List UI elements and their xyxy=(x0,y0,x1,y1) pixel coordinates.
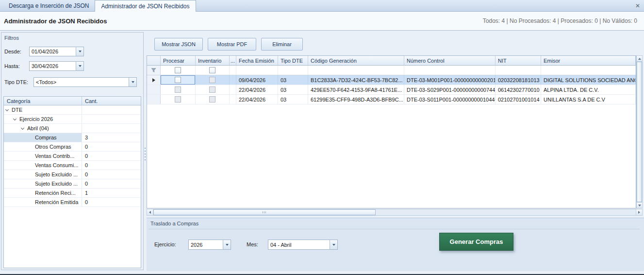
column-header-categoria[interactable]: Categoría xyxy=(4,97,82,105)
expand-chevron-icon[interactable] xyxy=(5,107,9,111)
grid-column-header[interactable]: Tipo DTE xyxy=(278,56,308,66)
inventario-checkbox[interactable] xyxy=(209,77,215,83)
cell-emisor[interactable]: DIGITAL SOLUTIONS SOCIEDAD ANONI xyxy=(541,75,636,85)
hasta-date-editor[interactable] xyxy=(29,61,84,71)
close-icon[interactable]: ✕ xyxy=(635,0,640,12)
vscroll-thumb[interactable] xyxy=(637,62,642,202)
grid-column-header[interactable]: Emisor xyxy=(541,56,636,66)
tree-row[interactable]: Retención Reci...1 xyxy=(4,189,141,198)
hscroll-thumb[interactable] xyxy=(153,209,376,215)
checkbox-cell[interactable] xyxy=(196,85,230,94)
expand-chevron-icon[interactable] xyxy=(13,117,17,120)
scroll-down-button[interactable] xyxy=(637,202,642,208)
filter-cell[interactable] xyxy=(161,66,196,75)
cell-tipo[interactable]: 03 xyxy=(278,85,308,94)
grid-column-header[interactable]: ... xyxy=(230,56,236,66)
cell-nit[interactable]: 02032208181013 xyxy=(495,75,541,85)
column-header-cant[interactable]: Cant. xyxy=(82,97,141,105)
filter-cell[interactable] xyxy=(541,66,636,75)
filter-cell[interactable] xyxy=(196,66,230,75)
tree-row-count xyxy=(82,124,141,133)
scroll-left-button[interactable] xyxy=(147,209,153,215)
cell-emisor[interactable]: UNILLANTAS S.A DE C.V xyxy=(541,95,636,104)
procesar-checkbox[interactable] xyxy=(175,96,181,103)
grid-row[interactable]: 22/04/202603429EE570-F642-4153-9FA8-4176… xyxy=(147,85,636,95)
cell-fecha[interactable]: 22/04/2026 xyxy=(236,95,278,104)
filter-cell[interactable] xyxy=(278,66,308,75)
ejercicio-dropdown-button[interactable] xyxy=(223,240,231,249)
desde-dropdown-button[interactable] xyxy=(76,47,83,56)
mes-input[interactable] xyxy=(268,240,330,249)
desde-date-editor[interactable] xyxy=(29,47,84,56)
tab-descarga-json[interactable]: Descarga e Inserción de JSON xyxy=(3,0,95,11)
filter-cell[interactable] xyxy=(236,66,278,75)
cell-codigo[interactable]: 61299E35-CFF9-498D-A3D6-BFB9C... xyxy=(308,95,404,104)
cell-fecha[interactable]: 22/04/2026 xyxy=(236,85,278,94)
cell-control[interactable]: DTE-03-S011P001-000000000010440 xyxy=(404,95,495,104)
tree-row[interactable]: Retención Emitida0 xyxy=(4,198,141,207)
checkbox-cell[interactable] xyxy=(161,85,196,94)
filter-procesar-checkbox[interactable] xyxy=(175,67,181,73)
tree-row[interactable]: Abril (04) xyxy=(4,124,141,133)
cell-codigo[interactable]: B1C2833A-7D32-424C-BF53-7BC82... xyxy=(308,75,404,85)
scroll-right-button[interactable] xyxy=(636,209,642,215)
filter-cell[interactable] xyxy=(230,66,236,75)
eliminar-button[interactable]: Eliminar xyxy=(261,38,303,51)
tab-administrador-json[interactable]: Administrador de JSON Recibidos xyxy=(95,0,196,12)
filter-cell[interactable] xyxy=(404,66,495,75)
grid-column-header[interactable]: Fecha Emisión xyxy=(236,56,278,66)
mes-dropdown-button[interactable] xyxy=(330,240,337,249)
tree-row[interactable]: Compras3 xyxy=(4,133,141,142)
generar-compras-button[interactable]: Generar Compras xyxy=(439,233,513,251)
grid-row[interactable]: 22/04/20260361299E35-CFF9-498D-A3D6-BFB9… xyxy=(147,95,636,104)
procesar-checkbox[interactable] xyxy=(175,77,181,83)
tree-row[interactable]: DTE xyxy=(4,105,141,115)
checkbox-cell[interactable] xyxy=(196,95,230,104)
tree-row[interactable]: Ejercicio 2026 xyxy=(4,115,141,124)
filter-cell[interactable] xyxy=(495,66,541,75)
cell-nit[interactable]: 02102701001014 xyxy=(495,95,541,104)
filter-cell[interactable] xyxy=(308,66,404,75)
grid-column-header[interactable]: NIT xyxy=(495,56,541,66)
scroll-up-button[interactable] xyxy=(637,56,642,62)
tree-row[interactable]: Otros Compras0 xyxy=(4,142,141,152)
checkbox-cell[interactable] xyxy=(196,75,230,85)
cell-tipo[interactable]: 03 xyxy=(278,95,308,104)
checkbox-cell[interactable] xyxy=(161,75,196,85)
mostrar-json-button[interactable]: Mostrar JSON xyxy=(154,38,203,51)
cell-tipo[interactable]: 03 xyxy=(278,75,308,85)
procesar-checkbox[interactable] xyxy=(175,86,181,93)
checkbox-cell[interactable] xyxy=(161,95,196,104)
tree-row[interactable]: Ventas Consumi...0 xyxy=(4,161,141,170)
mes-combo[interactable] xyxy=(268,240,338,250)
mostrar-pdf-button[interactable]: Mostrar PDF xyxy=(208,38,256,51)
cell-codigo[interactable]: 429EE570-F642-4153-9FA8-41761E... xyxy=(308,85,404,94)
ejercicio-input[interactable] xyxy=(189,240,223,249)
tree-row[interactable]: Sujeto Excluido ...0 xyxy=(4,179,141,189)
grid-row[interactable]: 09/04/202603B1C2833A-7D32-424C-BF53-7BC8… xyxy=(147,75,636,85)
cell-emisor[interactable]: ALPINA LTDA. DE C.V. xyxy=(541,85,636,94)
filter-inventario-checkbox[interactable] xyxy=(209,67,215,73)
tipo-dte-dropdown-button[interactable] xyxy=(129,78,136,86)
horizontal-scrollbar[interactable] xyxy=(147,209,643,216)
ejercicio-combo[interactable] xyxy=(188,240,231,250)
tree-row[interactable]: Sujeto Excluido ...0 xyxy=(4,170,141,179)
cell-control[interactable]: DTE-03-M001P001-000000000002018 xyxy=(404,75,495,85)
cell-control[interactable]: DTE-03-S029P001-000000000007445 xyxy=(404,85,495,94)
tree-row[interactable]: Ventas Contrib...0 xyxy=(4,152,141,161)
grid-column-header[interactable]: Número Control xyxy=(404,56,495,66)
inventario-checkbox[interactable] xyxy=(209,96,215,103)
grid-column-header[interactable]: Procesar xyxy=(161,56,196,66)
hasta-dropdown-button[interactable] xyxy=(76,62,83,70)
grid-column-header[interactable]: Código Generación xyxy=(308,56,404,66)
tipo-dte-combo[interactable] xyxy=(33,77,137,87)
hasta-input[interactable] xyxy=(30,62,76,70)
cell-fecha[interactable]: 09/04/2026 xyxy=(236,75,278,85)
cell-nit[interactable]: 06142302770010 xyxy=(495,85,541,94)
inventario-checkbox[interactable] xyxy=(209,86,215,93)
vertical-scrollbar[interactable] xyxy=(636,55,643,208)
desde-input[interactable] xyxy=(30,47,76,56)
grid-column-header[interactable]: Inventario xyxy=(196,56,230,66)
tipo-dte-input[interactable] xyxy=(34,78,129,86)
expand-chevron-icon[interactable] xyxy=(21,126,24,129)
